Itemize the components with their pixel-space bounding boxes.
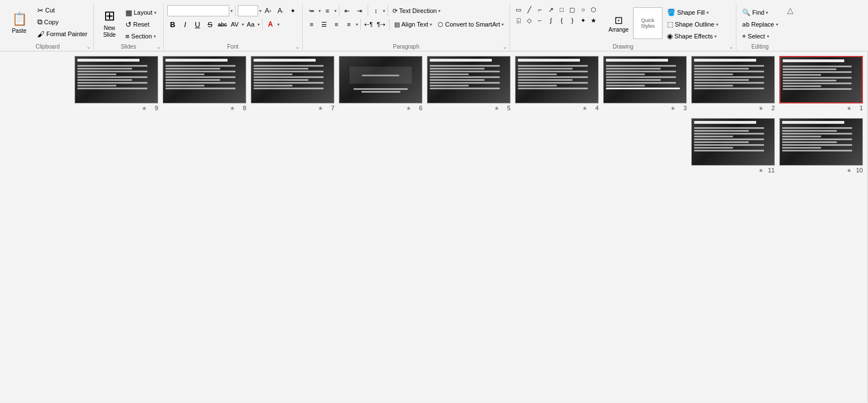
- copy-button[interactable]: ⧉ Copy: [35, 16, 90, 28]
- font-family-input[interactable]: [167, 5, 229, 16]
- section-button[interactable]: ≡ Section ▾: [123, 31, 159, 42]
- drawing-expander[interactable]: ⌄: [729, 44, 734, 50]
- slide-thumb-4[interactable]: [515, 56, 599, 103]
- font-expander[interactable]: ⌄: [295, 44, 300, 50]
- find-button[interactable]: 🔍 Find ▾: [740, 7, 780, 18]
- font-shrink-button[interactable]: A-: [275, 5, 286, 16]
- slides-expander[interactable]: ⌄: [156, 44, 161, 50]
- clipboard-expander[interactable]: ⌄: [86, 44, 91, 50]
- shape-line[interactable]: ╱: [524, 5, 534, 15]
- new-slide-button[interactable]: ⊞ NewSlide: [97, 5, 122, 42]
- char-spacing-dropdown[interactable]: ▾: [242, 22, 244, 27]
- shape-rounded[interactable]: ▢: [567, 5, 577, 15]
- slide-item-6[interactable]: ★ 6: [339, 56, 422, 111]
- font-size-dropdown[interactable]: ▾: [259, 8, 261, 14]
- change-case-dropdown[interactable]: ▾: [258, 22, 260, 27]
- slide-9-star[interactable]: ★: [142, 105, 147, 111]
- slide-item-10[interactable]: ★ 10: [779, 118, 863, 174]
- slide-6-star[interactable]: ★: [406, 105, 411, 111]
- shape-brace-r[interactable]: }: [567, 15, 577, 25]
- slide-item-2[interactable]: ★ 2: [691, 56, 775, 111]
- shape-trapezoid[interactable]: ⌺: [513, 15, 524, 25]
- shape-arrow-right[interactable]: ↗: [546, 5, 556, 15]
- shape-diamond[interactable]: ◇: [524, 15, 534, 25]
- slide-4-star[interactable]: ★: [582, 105, 587, 111]
- slide-thumb-3[interactable]: [603, 56, 687, 103]
- font-color-button[interactable]: A: [265, 19, 276, 30]
- font-grow-button[interactable]: A+: [263, 5, 274, 16]
- font-color-dropdown[interactable]: ▾: [277, 22, 280, 27]
- layout-button[interactable]: ▦ Layout ▾: [123, 7, 159, 18]
- slide-item-9[interactable]: ★ 9: [75, 56, 158, 111]
- rtl-button[interactable]: ⇠¶: [363, 19, 374, 30]
- slide-thumb-6[interactable]: [339, 56, 422, 103]
- replace-button[interactable]: ab Replace ▾: [740, 19, 780, 30]
- slide-thumb-7[interactable]: [251, 56, 334, 103]
- slide-11-star[interactable]: ★: [758, 167, 764, 174]
- slide-item-8[interactable]: ★ 8: [163, 56, 246, 111]
- align-left-button[interactable]: ≡: [306, 19, 317, 30]
- numbering-button[interactable]: ≡: [322, 5, 333, 16]
- slide-8-star[interactable]: ★: [230, 105, 235, 111]
- slide-item-3[interactable]: ★ 3: [603, 56, 687, 111]
- cut-button[interactable]: ✂ Cut: [35, 5, 90, 16]
- slide-thumb-1[interactable]: [779, 56, 863, 103]
- shape-rect[interactable]: ▭: [513, 5, 524, 15]
- shape-circle[interactable]: ○: [578, 5, 588, 15]
- shape-star4[interactable]: ✦: [578, 15, 588, 25]
- justify-button[interactable]: ≡: [343, 19, 355, 30]
- abc-button[interactable]: abc: [217, 19, 228, 30]
- slide-item-1[interactable]: ★ 1: [779, 56, 863, 111]
- align-right-button[interactable]: ≡: [331, 19, 342, 30]
- shape-fill-button[interactable]: 🪣 Shape Fill ▾: [665, 7, 732, 18]
- change-case-button[interactable]: Aa: [245, 19, 256, 30]
- shape-star5[interactable]: ★: [588, 15, 599, 25]
- slide-item-11[interactable]: ★ 11: [691, 118, 775, 174]
- shape-effects-button[interactable]: ◉ Shape Effects ▾: [665, 31, 732, 42]
- slide-thumb-5[interactable]: [427, 56, 511, 103]
- font-family-dropdown[interactable]: ▾: [230, 8, 233, 14]
- slide-thumb-11[interactable]: [691, 118, 775, 166]
- ltr-button[interactable]: ¶⇢: [376, 19, 387, 30]
- underline-button[interactable]: U: [192, 19, 203, 30]
- shape-hex[interactable]: ⬡: [588, 5, 599, 15]
- slide-thumb-8[interactable]: [163, 56, 246, 103]
- slide-thumb-2[interactable]: [691, 56, 775, 103]
- format-painter-button[interactable]: 🖌 Format Painter: [35, 28, 90, 40]
- slide-item-7[interactable]: ★ 7: [251, 56, 334, 111]
- slide-thumb-10[interactable]: [779, 118, 863, 166]
- slide-10-star[interactable]: ★: [847, 167, 852, 174]
- increase-indent-button[interactable]: ⇥: [354, 5, 365, 16]
- text-direction-button[interactable]: ⟳ Text Direction ▾: [390, 5, 443, 16]
- font-size-input[interactable]: [238, 5, 258, 16]
- slide-7-star[interactable]: ★: [318, 105, 323, 111]
- paste-button[interactable]: 📋 Paste: [6, 5, 33, 42]
- italic-button[interactable]: I: [180, 19, 191, 30]
- align-center-button[interactable]: ☰: [319, 19, 330, 30]
- align-dropdown[interactable]: ▾: [356, 22, 358, 27]
- shape-bracket[interactable]: {: [556, 15, 566, 25]
- strikethrough-button[interactable]: S: [204, 19, 216, 30]
- shape-curve[interactable]: ∫: [546, 15, 556, 25]
- shape-arrow-left[interactable]: ←: [535, 15, 545, 25]
- ribbon-collapse-button[interactable]: △: [784, 3, 797, 51]
- slide-2-star[interactable]: ★: [758, 105, 764, 111]
- slide-item-5[interactable]: ★ 5: [427, 56, 511, 111]
- line-spacing-dropdown[interactable]: ▾: [383, 8, 385, 14]
- select-button[interactable]: ⌖ Select ▾: [740, 31, 780, 42]
- quick-styles-button[interactable]: QuickStyles: [633, 7, 662, 39]
- slide-item-4[interactable]: ★ 4: [515, 56, 599, 111]
- line-spacing-button[interactable]: ↕: [370, 5, 382, 16]
- bold-button[interactable]: B: [167, 19, 178, 30]
- shape-outline-button[interactable]: ⬚ Shape Outline ▾: [665, 19, 732, 30]
- convert-smartart-button[interactable]: ⬡ Convert to SmartArt ▾: [435, 19, 506, 30]
- shape-square[interactable]: □: [556, 5, 566, 15]
- paragraph-expander[interactable]: ⌄: [503, 44, 507, 50]
- slide-1-star[interactable]: ★: [847, 105, 852, 111]
- shape-corner[interactable]: ⌐: [535, 5, 545, 15]
- slide-3-star[interactable]: ★: [670, 105, 675, 111]
- numbering-dropdown[interactable]: ▾: [334, 8, 337, 14]
- clear-format-button[interactable]: ✦: [287, 5, 299, 16]
- slide-5-star[interactable]: ★: [494, 105, 499, 111]
- char-spacing-button[interactable]: AV: [229, 19, 241, 30]
